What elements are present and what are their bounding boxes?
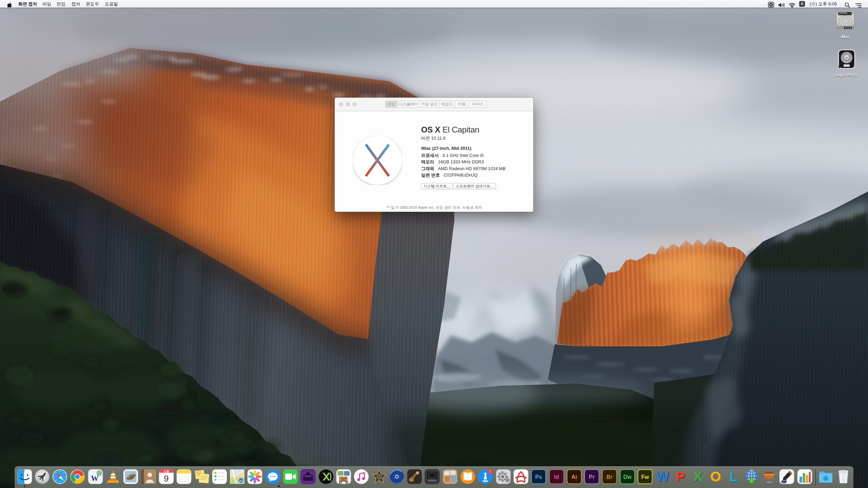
- svg-text:Id: Id: [554, 474, 559, 480]
- svg-text:L: L: [729, 469, 737, 484]
- svg-text:Pr: Pr: [589, 474, 595, 480]
- svg-text:P: P: [675, 469, 685, 484]
- svg-text:Dw: Dw: [623, 474, 632, 480]
- svg-text:12월: 12월: [163, 470, 169, 473]
- svg-text:3D: 3D: [239, 479, 243, 483]
- svg-text:Fw: Fw: [641, 474, 649, 480]
- svg-text:1: 1: [489, 470, 491, 473]
- svg-text:Ps: Ps: [535, 474, 542, 480]
- svg-text:X: X: [693, 469, 703, 484]
- svg-text:9: 9: [164, 473, 169, 484]
- svg-text:O: O: [710, 469, 721, 484]
- svg-text:W: W: [656, 469, 669, 484]
- svg-text:Br: Br: [607, 474, 613, 480]
- svg-text:Ai: Ai: [571, 474, 577, 480]
